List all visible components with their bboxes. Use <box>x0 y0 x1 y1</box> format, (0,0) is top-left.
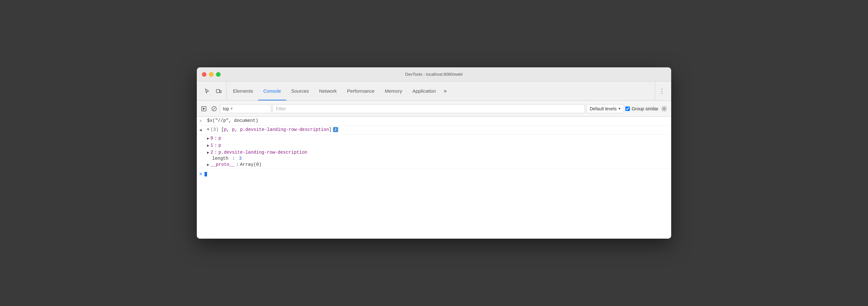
tree-item-1-arrow[interactable]: ▶ <box>207 143 209 147</box>
input-prompt: > <box>199 118 205 123</box>
filter-input[interactable] <box>273 104 585 113</box>
settings-button[interactable] <box>660 104 669 113</box>
result-bracket-close: ] <box>329 127 332 132</box>
clear-console-button[interactable] <box>210 104 219 113</box>
tab-network[interactable]: Network <box>314 81 342 101</box>
close-button[interactable] <box>202 72 207 77</box>
result-tag-2: p.devsite-landing-row-description <box>240 127 329 132</box>
tree-item-0: ▶ 0 : p <box>197 135 671 142</box>
maximize-button[interactable] <box>216 72 220 77</box>
tab-elements[interactable]: Elements <box>228 81 258 101</box>
tab-memory[interactable]: Memory <box>380 81 407 101</box>
svg-rect-1 <box>220 90 221 93</box>
devtools-window: DevTools - localhost:8080/web/ Elements … <box>197 67 671 239</box>
tab-performance[interactable]: Performance <box>342 81 380 101</box>
length-key: length <box>212 156 228 161</box>
tree-item-2-value: p.devsite-landing-row-description <box>218 150 307 155</box>
title-bar: DevTools - localhost:8080/web/ <box>197 67 671 81</box>
console-input-entry: > $x("//p", document) <box>197 117 671 126</box>
result-bracket-open: [ <box>221 127 224 132</box>
tree-item-0-key: 0 <box>211 136 213 141</box>
svg-line-5 <box>213 107 215 110</box>
tree-proto-arrow[interactable]: ▶ <box>207 163 209 167</box>
result-tag-1: p <box>232 127 235 132</box>
window-title: DevTools - localhost:8080/web/ <box>405 72 463 77</box>
length-line: length : 3 <box>197 156 671 161</box>
group-similar-label: Group similar <box>632 106 658 111</box>
result-tag-0: p <box>224 127 227 132</box>
context-selector[interactable]: top ▾ <box>220 104 271 113</box>
tab-sources[interactable]: Sources <box>286 81 314 101</box>
tab-overflow-button[interactable]: » <box>441 81 450 101</box>
result-back-arrow: ◀ <box>199 127 205 133</box>
expand-arrow[interactable]: ▼ <box>207 128 209 132</box>
console-input-text: $x("//p", document) <box>207 118 258 123</box>
length-value: 3 <box>239 156 242 161</box>
result-count: (3) <box>211 127 221 132</box>
traffic-lights <box>202 72 220 77</box>
svg-rect-0 <box>216 89 220 93</box>
tree-item-0-arrow[interactable]: ▶ <box>207 136 209 140</box>
tree-item-1-key: 1 <box>211 143 213 148</box>
tree-item-1-value: p <box>218 143 221 148</box>
console-result-entry: ◀ ▼ (3) [ p , p , p.devsite-landing-row-… <box>197 126 671 135</box>
tab-application[interactable]: Application <box>407 81 441 101</box>
tree-item-2-key: 2 <box>211 150 213 155</box>
tab-console[interactable]: Console <box>258 81 286 101</box>
tree-item-1: ▶ 1 : p <box>197 142 671 149</box>
console-toolbar: top ▾ Default levels ▾ Group similar <box>197 101 671 117</box>
tree-item-2-arrow[interactable]: ▶ <box>207 150 209 155</box>
group-similar-checkbox-group[interactable]: Group similar <box>625 106 658 111</box>
context-selector-arrow: ▾ <box>231 107 233 111</box>
cursor <box>205 172 207 176</box>
device-toolbar-button[interactable] <box>214 86 224 96</box>
proto-value: Array(0) <box>240 162 261 167</box>
console-output: > $x("//p", document) ◀ ▼ (3) [ p , p , … <box>197 117 671 239</box>
tree-item-2: ▶ 2 : p.devsite-landing-row-description <box>197 149 671 156</box>
tree-item-0-value: p <box>218 136 221 141</box>
info-icon[interactable]: i <box>333 127 338 132</box>
svg-point-6 <box>663 108 665 110</box>
cursor-icon-button[interactable] <box>202 86 212 96</box>
tree-item-proto: ▶ __proto__ : Array(0) <box>197 161 671 168</box>
svg-marker-3 <box>203 107 205 110</box>
minimize-button[interactable] <box>209 72 214 77</box>
tab-bar: Elements Console Sources Network Perform… <box>197 81 671 101</box>
levels-button[interactable]: Default levels ▾ <box>586 104 624 113</box>
console-input-area: > <box>197 168 671 179</box>
console-play-button[interactable] <box>199 104 208 113</box>
tab-more-button[interactable]: ⋮ <box>655 81 669 101</box>
console-input-prompt: > <box>199 172 202 177</box>
proto-key: __proto__ <box>211 162 235 167</box>
levels-arrow: ▾ <box>619 107 621 111</box>
tab-bar-icons <box>199 81 227 101</box>
group-similar-checkbox[interactable] <box>625 107 630 111</box>
